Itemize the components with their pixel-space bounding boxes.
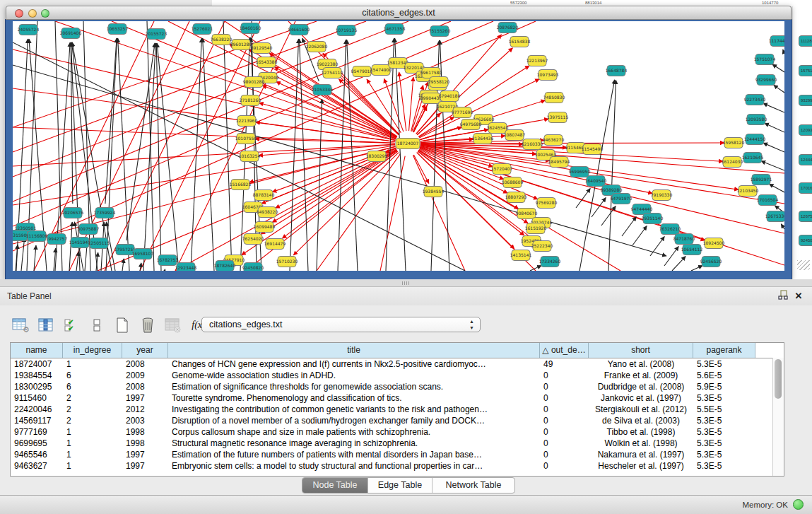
citation-edge[interactable]	[763, 103, 784, 112]
column-header-pagerank[interactable]: pagerank	[693, 343, 755, 358]
table-row[interactable]: 1938455462009Genome-wide association stu…	[11, 370, 784, 381]
node[interactable]: 12675330	[765, 211, 784, 222]
column-header-name[interactable]: name	[11, 343, 63, 358]
new-document-button[interactable]	[112, 315, 133, 335]
table-row[interactable]: 1830029562008Estimation of significance …	[11, 381, 784, 392]
citation-edge[interactable]	[632, 226, 647, 245]
table-row[interactable]: 2242004622012Investigating the contribut…	[11, 404, 784, 415]
citation-edge[interactable]	[21, 238, 25, 271]
node[interactable]: 93299660	[755, 75, 777, 86]
node[interactable]: 15751074	[754, 54, 776, 65]
selected-node[interactable]: 12754110	[322, 68, 343, 78]
node[interactable]: 29351140	[642, 214, 664, 224]
selected-node[interactable]: 15958120	[723, 138, 745, 148]
citation-network-graph[interactable]: 2405572420691406106532572015572315276021…	[13, 21, 784, 271]
selected-citation-edge[interactable]	[13, 144, 395, 166]
selected-node[interactable]: 14135141	[510, 250, 532, 261]
selected-node[interactable]: 74850830	[543, 93, 565, 103]
selected-node[interactable]: 76638220	[211, 35, 233, 45]
node[interactable]: 20155723	[146, 29, 167, 40]
selected-node[interactable]: 18300295	[366, 151, 388, 162]
node[interactable]: 18460160	[240, 23, 261, 34]
node[interactable]: 10654112	[681, 245, 703, 255]
node[interactable]: 12923448	[175, 263, 197, 271]
tab-node-table[interactable]: Node Table	[302, 478, 368, 493]
node[interactable]: 10653257	[107, 24, 129, 35]
selected-citation-edge[interactable]	[412, 81, 428, 132]
selected-node[interactable]: 12213967	[526, 56, 548, 66]
selected-node[interactable]: 27181260	[240, 95, 261, 106]
selected-node[interactable]: 16914479	[264, 239, 286, 250]
divider-handle-icon[interactable]	[402, 281, 411, 285]
selected-node[interactable]: 15166825	[230, 180, 252, 190]
network-window-titlebar[interactable]: citations_edges.txt	[6, 6, 792, 20]
selected-node[interactable]: 89129540	[251, 43, 273, 54]
node[interactable]: 20206576	[62, 208, 84, 218]
column-header-out_de[interactable]: △ out_de…	[540, 343, 589, 358]
selected-node[interactable]: 97771690	[452, 107, 473, 118]
selected-node[interactable]: 54938220	[257, 207, 278, 218]
node[interactable]: 15892971	[751, 175, 772, 185]
selected-node[interactable]: 21364436	[472, 134, 494, 144]
table-row[interactable]: 977716911998Corpus callosum shape and si…	[11, 426, 784, 438]
node[interactable]: 12505115	[88, 238, 110, 249]
column-header-in_degree[interactable]: in_degree	[63, 343, 122, 358]
node[interactable]: 30975887	[78, 224, 100, 235]
select-all-button[interactable]: ✔✔	[61, 315, 82, 335]
selected-node[interactable]: 25222340	[531, 241, 553, 252]
node[interactable]: 75155260	[429, 26, 451, 37]
node[interactable]: 14671358	[384, 24, 406, 35]
node[interactable]: 18782640	[214, 261, 236, 271]
selected-node[interactable]: 10973493	[537, 70, 559, 81]
node[interactable]: 16409540	[585, 176, 607, 187]
selected-node[interactable]: 18724007	[396, 139, 420, 149]
citation-edge[interactable]	[223, 21, 232, 271]
panel-divider[interactable]	[0, 279, 812, 286]
selected-node[interactable]: 16124030	[722, 157, 743, 168]
table-scrollbar[interactable]	[772, 358, 784, 476]
selected-citation-edge[interactable]	[255, 139, 395, 143]
selected-node[interactable]: 98901280	[243, 77, 265, 88]
selected-node[interactable]: 10107550	[235, 134, 257, 144]
selected-citation-edge[interactable]	[339, 79, 398, 135]
node[interactable]: 12444150	[744, 134, 766, 145]
table-row[interactable]: 1456911722003Disruption of a novel membe…	[11, 415, 784, 426]
citation-edge[interactable]	[622, 216, 636, 236]
node[interactable]: 16958107	[132, 249, 154, 259]
node[interactable]: 12093580	[746, 115, 767, 125]
citation-edge[interactable]	[191, 38, 201, 271]
selected-citation-edge[interactable]	[409, 77, 413, 131]
selected-citation-edge[interactable]	[105, 21, 225, 271]
node[interactable]: 16648784	[606, 66, 628, 76]
node[interactable]: 17359924	[94, 208, 116, 218]
node[interactable]: 84661600	[288, 25, 310, 35]
selected-node[interactable]: 10807487	[504, 130, 526, 141]
resize-grip-icon[interactable]	[797, 260, 810, 270]
float-panel-icon[interactable]	[777, 290, 789, 303]
column-header-year[interactable]: year	[122, 343, 168, 358]
selected-citation-edge[interactable]	[413, 155, 428, 184]
selected-node[interactable]: 10163254	[239, 151, 261, 162]
node[interactable]: 21053346	[312, 85, 334, 95]
citation-edge[interactable]	[763, 143, 784, 152]
selected-node[interactable]: 19384554	[423, 187, 445, 197]
selected-node[interactable]: 76254020	[242, 234, 264, 245]
citation-edge[interactable]	[765, 123, 784, 132]
selected-node[interactable]: 22062080	[306, 42, 328, 52]
node[interactable]: 92273430	[744, 95, 766, 105]
node[interactable]: 17334260	[539, 257, 561, 267]
selected-node[interactable]: 62160330	[522, 139, 543, 150]
citation-edge[interactable]	[772, 64, 784, 72]
node[interactable]: 16210645	[742, 153, 764, 163]
tab-edge-table[interactable]: Edge Table	[368, 478, 433, 493]
selected-node[interactable]: 10688609	[502, 177, 524, 188]
column-header-title[interactable]: title	[168, 343, 540, 358]
selected-node[interactable]: 15720407	[491, 164, 513, 175]
network-canvas[interactable]: 2405572420691406106532572015572315276021…	[13, 21, 784, 271]
node[interactable]: 92450820	[242, 263, 264, 271]
citation-edge[interactable]	[317, 99, 322, 271]
selected-node[interactable]: 64975680	[460, 119, 482, 130]
table-row[interactable]: 946362711997Embryonic stem cells: a mode…	[11, 460, 784, 472]
citation-edge[interactable]	[672, 257, 686, 271]
clear-selection-button[interactable]	[86, 315, 107, 335]
